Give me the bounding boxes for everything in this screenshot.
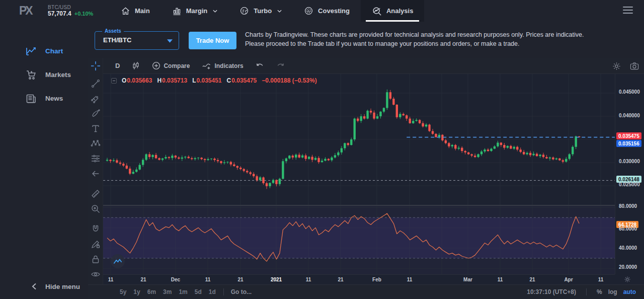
price-axis[interactable]: 0.0450000.0400000.0354750.0351560.030000… [615,74,644,274]
pane-separator[interactable] [103,205,644,206]
time-axis-label: 21 [332,277,350,282]
legend-change: −0.000188 (−0.53%) [262,77,316,84]
trend-line-icon [91,79,101,89]
turbo-icon [239,6,249,16]
hide-all-drawings-tool[interactable] [91,269,101,279]
nav-analysis[interactable]: Analysis [361,0,424,22]
indicators-icon [202,61,211,70]
text-tool[interactable] [91,123,101,133]
nav-covesting[interactable]: Covesting [293,0,361,22]
nav-main[interactable]: Main [110,0,161,22]
controls-row: Assets ETH/BTC Trade Now Charts by Tradi… [88,22,644,58]
axis-price-tag: 0.035156 [616,140,641,147]
hide-drawings-panel-button[interactable] [91,169,101,179]
range-6m-button[interactable]: 6m [144,288,159,295]
time-axis-label: 11 [199,277,217,282]
goto-button[interactable]: Go to... [231,288,252,295]
range-1y-button[interactable]: 1y [130,288,143,295]
tradingview-logo[interactable] [111,254,125,268]
zoom-in-tool[interactable] [91,204,101,214]
indicators-button[interactable]: Indicators [197,58,248,73]
assets-select-value: ETH/BTC [103,36,131,44]
time-axis-label: Apr [559,277,578,282]
sidebar-item-chart-label: Chart [45,47,63,55]
menu-icon[interactable] [623,7,633,16]
log-scale-button[interactable]: log [608,288,617,295]
measure-tool[interactable] [91,189,101,199]
price-pane[interactable] [103,74,615,205]
ticker-change: +0.10% [74,11,94,17]
undo-icon [256,62,264,69]
nav-main-label: Main [135,7,150,15]
legend-collapse-icon[interactable] [111,78,117,84]
trade-now-button[interactable]: Trade Now [189,32,236,49]
pencil-lock-icon [91,239,101,249]
eye-icon [91,269,101,279]
prediction-tool[interactable] [91,154,101,164]
time-axis-label: 11 [299,277,317,282]
px-logo[interactable]: PX [0,0,48,22]
px-logo-text: PX [19,4,32,18]
zoom-in-icon [91,204,101,214]
camera-icon [630,62,639,70]
axis-price-tag: 0.035475 [616,132,641,139]
nav-margin[interactable]: Margin [161,0,229,22]
sidebar-item-news[interactable]: News [0,87,88,110]
newspaper-icon [25,93,37,105]
axis-label: 20.0000 [619,264,637,270]
range-3m-button[interactable]: 3m [159,288,175,295]
line-chart-icon [25,45,37,57]
axis-label: 0.045000 [619,89,640,95]
xabcd-pattern-icon [91,138,101,148]
auto-scale-button[interactable]: auto [623,288,636,295]
analysis-icon [372,6,382,16]
drawing-toolbar [88,58,103,299]
time-axis-label: 11 [491,277,509,282]
ohlc-legend: O0.035663H0.035713L0.035451C0.035475 −0.… [111,77,317,84]
sidebar-item-markets[interactable]: Markets [0,63,88,87]
magnet-icon [91,224,101,234]
arrow-left-icon [91,169,100,178]
range-5y-button[interactable]: 5y [116,288,130,295]
snapshot-button[interactable] [630,62,639,70]
chevron-left-icon [31,283,37,290]
time-axis-label: Dec [167,277,185,282]
chevron-down-icon [167,39,173,43]
bar-chart-icon [172,6,182,16]
interval-button[interactable]: D [110,58,125,73]
sidebar-item-chart[interactable]: Chart [0,39,88,63]
drawing-mode-lock-tool[interactable] [91,239,101,249]
ticker-block[interactable]: BTC/USD 57,707.4 +0.10% [48,0,101,22]
crosshair-tool[interactable] [91,61,101,71]
chart-settings-button[interactable] [612,62,621,70]
brush-tool[interactable] [91,109,101,119]
magnet-tool[interactable] [91,224,101,234]
lock-all-tool[interactable] [91,254,101,264]
time-axis-label: 21 [523,277,541,282]
range-1d-button[interactable]: 1d [205,288,219,295]
range-5d-button[interactable]: 5d [191,288,205,295]
nav-covesting-label: Covesting [318,7,350,15]
rsi-pane[interactable] [103,206,615,274]
crosshair-icon [91,61,101,71]
pattern-tool[interactable] [91,138,101,148]
undo-button[interactable] [251,58,269,73]
compare-button[interactable]: Compare [147,58,195,73]
hide-menu-label: Hide menu [45,283,80,290]
hide-menu-button[interactable]: Hide menu [0,278,80,295]
percent-scale-button[interactable]: % [597,288,602,295]
clock-label[interactable]: 10:37:10 (UTC+8) [527,288,576,295]
time-axis[interactable]: 1121Dec112120211121Feb11Mar1121Apr11 [103,274,615,284]
time-axis-label: Mar [459,277,477,282]
trend-line-tool[interactable] [91,79,101,89]
gear-icon [624,276,631,283]
axis-settings-button[interactable] [624,276,631,285]
forecast-icon [91,154,101,164]
pitchfork-tool[interactable] [91,94,101,104]
axis-label: 40.0000 [619,245,637,251]
range-1m-button[interactable]: 1m [175,288,191,295]
nav-turbo[interactable]: Turbo [228,0,293,22]
assets-select[interactable]: Assets ETH/BTC [95,31,179,50]
chart-style-button[interactable] [127,58,145,73]
redo-button[interactable] [271,58,290,73]
